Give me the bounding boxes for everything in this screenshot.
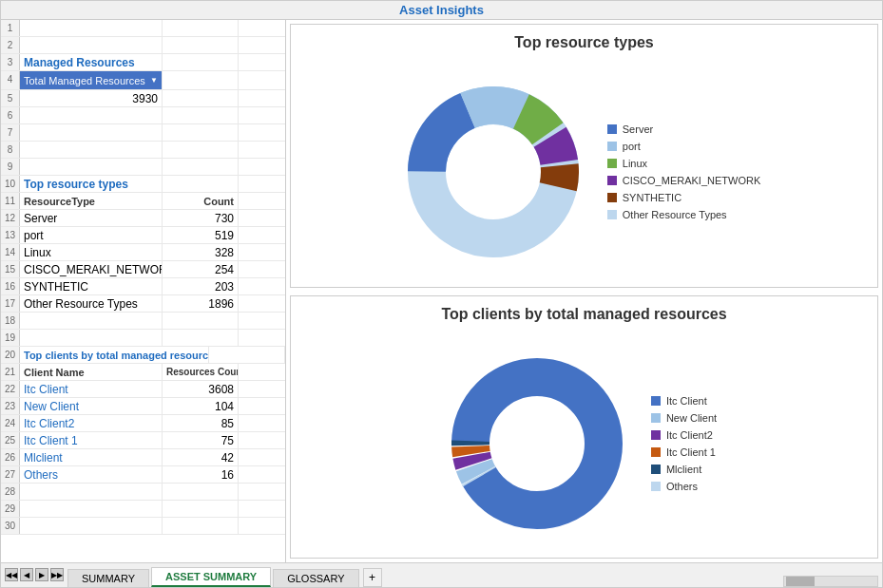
row-total: 5 3930 <box>1 90 285 107</box>
row-18: 18 <box>1 313 285 330</box>
row-top-resource-header: 10 Top resource types <box>1 176 285 193</box>
client-count-5: 16 <box>163 466 239 483</box>
tab-summary[interactable]: SUMMARY <box>67 569 149 587</box>
tab-nav-left-left[interactable]: ◀◀ <box>5 568 18 581</box>
client-name-1: New Client <box>20 398 163 414</box>
row-1: 1 <box>1 20 285 37</box>
tab-bar: ◀◀ ◀ ▶ ▶▶ SUMMARY ASSET SUMMARY GLOSSARY… <box>1 562 882 587</box>
legend-color-server <box>607 124 617 134</box>
legend-item-synthetic: SYNTHETIC <box>607 192 760 203</box>
client-count-2: 85 <box>163 415 239 431</box>
right-panel: Top resource types <box>286 20 882 562</box>
legend-label-cisco: CISCO_MERAKI_NETWORK <box>623 175 760 186</box>
legend-item-itc1: Itc Client 1 <box>651 446 717 458</box>
client-row-2: 24 Itc Client2 85 <box>1 415 285 432</box>
row-7: 7 <box>1 124 285 142</box>
tab-nav-right-right[interactable]: ▶▶ <box>50 568 64 581</box>
legend-label-others-clients: Others <box>666 481 698 492</box>
legend-color-new <box>651 413 661 423</box>
top-resource-chart: Top resource types <box>290 24 878 288</box>
total-managed-value: 3930 <box>20 90 163 106</box>
top-resource-donut-svg <box>408 86 579 257</box>
legend-label-synthetic: SYNTHETIC <box>623 192 681 203</box>
resource-type-col-header: ResourceType <box>20 193 163 209</box>
clients-donut-svg <box>451 358 623 529</box>
row-top-clients-header: 20 Top clients by total managed resource… <box>1 347 285 364</box>
left-panel: 1 2 3 Managed Resources <box>1 20 286 562</box>
managed-resources-header: Managed Resources <box>20 54 163 70</box>
legend-item-port: port <box>607 141 760 152</box>
legend-item-itc2: Itc Client2 <box>651 429 717 441</box>
resource-row-3: 15 CISCO_MERAKI_NETWORK 254 <box>1 261 285 278</box>
client-name-4: Mlclient <box>20 449 163 465</box>
horizontal-scrollbar[interactable] <box>783 576 878 587</box>
resource-row-2: 14 Linux 328 <box>1 244 285 261</box>
donut-hole <box>448 126 539 218</box>
top-resource-chart-body: Server port Linux CISCO_MERAKI_NETW <box>291 53 877 257</box>
tab-add-button[interactable]: + <box>363 568 382 587</box>
tab-asset-summary[interactable]: ASSET SUMMARY <box>151 567 271 587</box>
row-19: 19 <box>1 330 285 347</box>
horizontal-scrollbar-thumb[interactable] <box>786 577 815 586</box>
top-bar: Asset Insights <box>1 1 882 20</box>
tab-nav-right[interactable]: ▶ <box>35 568 48 581</box>
client-row-4: 26 Mlclient 42 <box>1 449 285 466</box>
tab-nav-left[interactable]: ◀ <box>20 568 33 581</box>
row-resource-col-headers: 11 ResourceType Count <box>1 193 285 210</box>
tab-glossary[interactable]: GLOSSARY <box>273 569 358 587</box>
legend-color-cisco <box>607 176 617 185</box>
legend-color-itc1 <box>651 447 661 457</box>
resource-type-3: CISCO_MERAKI_NETWORK <box>20 261 163 277</box>
top-resource-donut <box>408 86 579 257</box>
client-name-0: Itc Client <box>20 381 163 397</box>
legend-item-new: New Client <box>651 412 717 424</box>
resource-count-3: 254 <box>163 261 239 277</box>
top-clients-chart: Top clients by total managed resources <box>290 295 878 560</box>
spreadsheet: Asset Insights 1 2 3 <box>0 0 883 588</box>
top-clients-legend: Itc Client New Client Itc Client2 I <box>651 395 717 492</box>
main-area: 1 2 3 Managed Resources <box>1 20 882 562</box>
client-name-2: Itc Client2 <box>20 415 163 431</box>
resource-type-2: Linux <box>20 244 163 260</box>
legend-label-new: New Client <box>666 412 717 424</box>
legend-color-ml <box>651 465 661 474</box>
legend-color-others-clients <box>651 482 661 491</box>
resource-count-4: 203 <box>163 278 239 294</box>
clients-donut-hole <box>491 398 583 489</box>
legend-item-cisco: CISCO_MERAKI_NETWORK <box>607 175 760 186</box>
client-row-3: 25 Itc Client 1 75 <box>1 432 285 449</box>
resource-type-1: port <box>20 227 163 243</box>
resource-count-2: 328 <box>163 244 239 260</box>
client-count-4: 42 <box>163 449 239 465</box>
legend-label-others: Other Resource Types <box>623 209 727 220</box>
top-resource-legend: Server port Linux CISCO_MERAKI_NETW <box>607 123 760 220</box>
resource-type-0: Server <box>20 210 163 226</box>
top-resource-types-header: Top resource types <box>20 176 163 192</box>
client-count-3: 75 <box>163 432 239 448</box>
resource-count-1: 519 <box>163 227 239 243</box>
legend-label-server: Server <box>623 123 653 135</box>
top-clients-header: Top clients by total managed resources <box>20 347 209 363</box>
client-count-0: 3608 <box>163 381 239 397</box>
top-resource-chart-title: Top resource types <box>291 34 877 51</box>
resources-count-col-header: Resources Count <box>163 364 239 380</box>
legend-item-linux: Linux <box>607 158 760 169</box>
managed-resources-dropdown[interactable]: Total Managed Resources ▼ <box>20 71 163 89</box>
row-dropdown[interactable]: 4 Total Managed Resources ▼ <box>1 71 285 90</box>
row-2: 2 <box>1 37 285 54</box>
resource-count-5: 1896 <box>163 295 239 312</box>
client-row-5: 27 Others 16 <box>1 466 285 484</box>
row-28: 28 <box>1 484 285 501</box>
top-clients-chart-body: Itc Client New Client Itc Client2 I <box>291 325 877 529</box>
legend-item-server: Server <box>607 123 760 135</box>
client-name-3: Itc Client 1 <box>20 432 163 448</box>
cell-area: 1 2 3 Managed Resources <box>1 20 285 562</box>
resource-count-0: 730 <box>163 210 239 226</box>
legend-color-synthetic <box>607 193 617 202</box>
legend-color-itc <box>651 396 661 406</box>
legend-color-port <box>607 142 617 151</box>
row-managed-resources: 3 Managed Resources <box>1 54 285 71</box>
legend-label-itc2: Itc Client2 <box>666 429 713 441</box>
client-row-0: 22 Itc Client 3608 <box>1 381 285 398</box>
horizontal-scrollbar-area <box>382 576 882 587</box>
